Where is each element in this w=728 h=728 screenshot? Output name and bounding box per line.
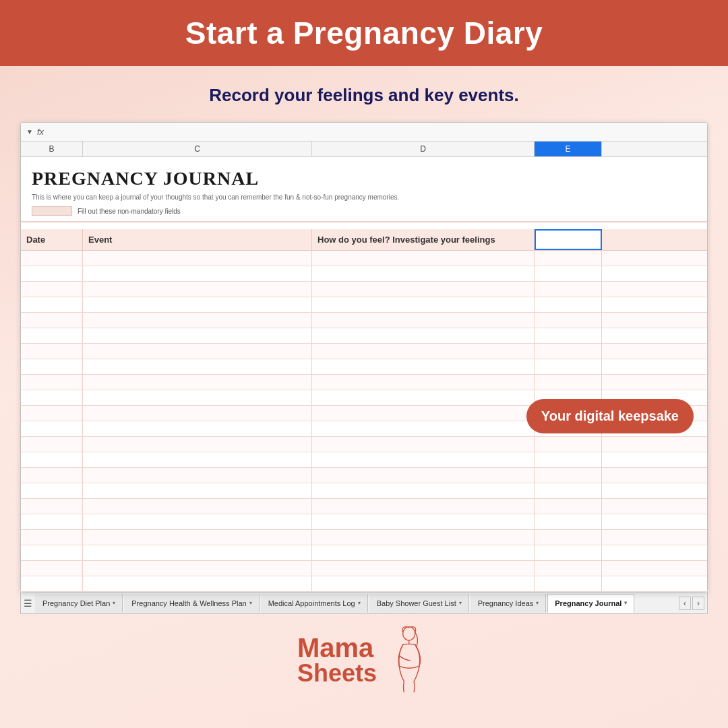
cell-extra[interactable] [535,499,602,514]
tabs-prev-button[interactable]: ‹ [679,597,691,610]
cell-extra[interactable] [535,251,602,266]
table-row[interactable] [21,452,707,468]
formula-dropdown-icon[interactable]: ▼ [26,128,33,135]
cell-feelings[interactable] [312,375,535,390]
cell-feelings[interactable] [312,483,535,498]
tab-diet-plan[interactable]: Pregnancy Diet Plan ▾ [35,594,123,613]
cell-feelings[interactable] [312,545,535,560]
cell-event[interactable] [83,344,312,359]
cell-feelings[interactable] [312,421,535,436]
cell-date[interactable] [21,251,83,266]
cell-extra[interactable] [535,483,602,498]
cell-extra[interactable] [535,297,602,312]
cell-feelings[interactable] [312,251,535,266]
cell-extra[interactable] [535,545,602,560]
tab-baby-shower[interactable]: Baby Shower Guest List ▾ [369,594,469,613]
cell-event[interactable] [83,468,312,483]
cell-extra[interactable] [535,359,602,374]
table-row[interactable] [21,344,707,359]
cell-event[interactable] [83,390,312,405]
cell-extra[interactable] [535,452,602,467]
tabs-menu-icon[interactable]: ☰ [24,598,32,609]
cell-event[interactable] [83,375,312,390]
cell-date[interactable] [21,390,83,405]
cell-feelings[interactable] [312,437,535,452]
table-row[interactable] [21,514,707,530]
cell-extra[interactable] [535,514,602,529]
cell-event[interactable] [83,328,312,343]
cell-feelings[interactable] [312,530,535,545]
cell-extra[interactable] [535,282,602,297]
cell-feelings[interactable] [312,576,535,591]
cell-date[interactable] [21,266,83,281]
cell-feelings[interactable] [312,452,535,467]
table-row[interactable] [21,499,707,514]
cell-event[interactable] [83,437,312,452]
cell-event[interactable] [83,452,312,467]
cell-event[interactable] [83,406,312,421]
cell-extra[interactable] [535,437,602,452]
col-header-d[interactable]: D [312,142,535,156]
col-header-c[interactable]: C [83,142,312,156]
table-row[interactable] [21,561,707,576]
cell-extra[interactable] [535,375,602,390]
cell-date[interactable] [21,576,83,591]
tab-pregnancy-ideas[interactable]: Pregnancy Ideas ▾ [471,594,547,613]
cell-feelings[interactable] [312,328,535,343]
cell-date[interactable] [21,375,83,390]
cell-event[interactable] [83,313,312,328]
table-row[interactable] [21,313,707,328]
table-row[interactable] [21,576,707,592]
cell-date[interactable] [21,483,83,498]
table-row[interactable] [21,328,707,344]
cell-feelings[interactable] [312,282,535,297]
cell-date[interactable] [21,530,83,545]
cell-feelings[interactable] [312,514,535,529]
table-row[interactable] [21,530,707,545]
cell-feelings[interactable] [312,468,535,483]
table-row[interactable] [21,437,707,452]
cell-feelings[interactable] [312,344,535,359]
tab-medical-log[interactable]: Medical Appointments Log ▾ [261,594,368,613]
table-row[interactable] [21,282,707,297]
tabs-next-button[interactable]: › [692,597,704,610]
cell-feelings[interactable] [312,499,535,514]
cell-date[interactable] [21,328,83,343]
cell-event[interactable] [83,421,312,436]
cell-date[interactable] [21,437,83,452]
cell-extra[interactable] [535,313,602,328]
cell-feelings[interactable] [312,297,535,312]
cell-feelings[interactable] [312,266,535,281]
table-row[interactable] [21,483,707,499]
table-row[interactable] [21,251,707,266]
cell-event[interactable] [83,251,312,266]
cell-feelings[interactable] [312,406,535,421]
cell-event[interactable] [83,561,312,576]
cell-extra[interactable] [535,530,602,545]
cell-event[interactable] [83,483,312,498]
cell-event[interactable] [83,499,312,514]
cell-date[interactable] [21,282,83,297]
table-row[interactable] [21,375,707,390]
cell-date[interactable] [21,421,83,436]
cell-date[interactable] [21,297,83,312]
cell-event[interactable] [83,359,312,374]
cell-event[interactable] [83,576,312,591]
cell-event[interactable] [83,530,312,545]
table-row[interactable] [21,297,707,313]
cell-extra[interactable] [535,468,602,483]
cell-extra[interactable] [535,561,602,576]
cell-extra[interactable] [535,576,602,591]
cell-event[interactable] [83,545,312,560]
table-row[interactable] [21,359,707,375]
cell-date[interactable] [21,313,83,328]
cell-event[interactable] [83,266,312,281]
col-header-e[interactable]: E [535,142,602,156]
table-row[interactable] [21,468,707,483]
cell-event[interactable] [83,514,312,529]
tab-health-wellness[interactable]: Pregnancy Health & Wellness Plan ▾ [124,594,259,613]
cell-date[interactable] [21,406,83,421]
table-row[interactable] [21,545,707,561]
table-row[interactable] [21,266,707,282]
cell-date[interactable] [21,514,83,529]
